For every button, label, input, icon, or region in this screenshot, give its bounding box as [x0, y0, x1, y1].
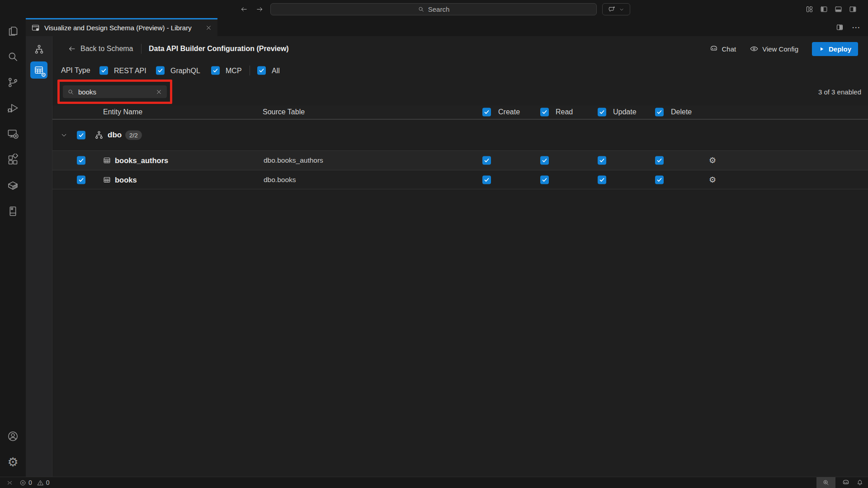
enabled-summary: 3 of 3 enabled [818, 88, 861, 96]
update-checkbox[interactable] [598, 175, 606, 184]
deploy-label: Deploy [829, 45, 851, 53]
tab-title: Visualize and Design Schema (Preview) - … [44, 24, 192, 32]
column-update: Update [613, 108, 637, 116]
error-icon [19, 479, 26, 486]
back-to-schema-button[interactable]: Back to Schema [68, 36, 133, 61]
deploy-button[interactable]: Deploy [812, 42, 858, 56]
container-tools-icon[interactable] [0, 173, 26, 198]
row-checkbox[interactable] [77, 156, 85, 165]
copilot-menu-button[interactable] [602, 3, 630, 15]
explorer-icon[interactable] [0, 18, 26, 44]
editor-actions: ⋯ [836, 18, 861, 36]
title-bar: Search [0, 0, 868, 18]
schema-designer-icon[interactable] [30, 41, 47, 58]
split-editor-icon[interactable] [836, 23, 844, 31]
group-count-badge: 2/2 [125, 131, 142, 140]
create-checkbox[interactable] [482, 156, 491, 165]
search-view-icon[interactable] [0, 44, 26, 70]
collapse-group-icon[interactable] [60, 131, 68, 139]
status-bar: 0 0 [0, 477, 868, 488]
more-actions-icon[interactable]: ⋯ [852, 22, 861, 33]
view-config-label: View Config [762, 45, 798, 53]
run-debug-icon[interactable] [0, 95, 26, 121]
zoom-indicator[interactable] [816, 477, 835, 488]
column-delete: Delete [671, 108, 692, 116]
data-api-builder-icon[interactable]: ⚙ [30, 61, 47, 79]
column-entity-name: Entity Name [103, 108, 142, 116]
schema-name: dbo [108, 131, 122, 140]
checkbox-all[interactable]: All [257, 66, 280, 75]
history-nav [240, 0, 264, 18]
tab-close-icon[interactable] [205, 24, 212, 31]
problems-indicator[interactable]: 0 0 [19, 479, 50, 486]
mcp-label: MCP [226, 66, 242, 75]
rest-api-checkbox[interactable] [99, 66, 108, 75]
delete-checkbox[interactable] [655, 156, 664, 165]
clear-search-icon[interactable] [156, 89, 162, 95]
notifications-bell-icon[interactable] [856, 479, 863, 486]
dab-config-panel: Back to Schema Data API Builder Configur… [52, 36, 868, 477]
command-center-search[interactable]: Search [270, 3, 597, 15]
mcp-checkbox[interactable] [211, 66, 220, 75]
row-settings-gear-icon[interactable]: ⚙ [709, 156, 716, 164]
vscode-window: Search ⚙ Visualize and Design Schema (Pr… [0, 0, 868, 488]
column-create: Create [498, 108, 520, 116]
entity-table-header: Entity Name Source Table Create Read Upd… [52, 105, 868, 120]
entity-search-input[interactable]: books [63, 85, 167, 98]
customize-layout-icon[interactable] [806, 5, 813, 13]
nav-back-icon[interactable] [240, 5, 248, 13]
toggle-primary-sidebar-icon[interactable] [820, 5, 828, 13]
tab-visualize-design-schema[interactable]: Visualize and Design Schema (Preview) - … [26, 18, 217, 36]
entity-name: books_authors [115, 156, 168, 165]
rest-api-label: REST API [114, 66, 146, 75]
table-icon [103, 156, 111, 165]
copilot-status-icon[interactable] [842, 479, 850, 487]
arrow-left-icon [68, 45, 76, 53]
column-source-table: Source Table [263, 108, 305, 116]
source-table: dbo.books [264, 176, 296, 184]
read-all-checkbox[interactable] [540, 108, 549, 117]
layout-controls [806, 0, 857, 18]
read-checkbox[interactable] [540, 175, 549, 184]
row-settings-gear-icon[interactable]: ⚙ [709, 176, 716, 184]
delete-all-checkbox[interactable] [655, 108, 664, 117]
search-placeholder: Search [428, 5, 450, 13]
database-projects-icon[interactable] [0, 198, 26, 224]
api-type-label: API Type [61, 66, 90, 75]
toggle-panel-icon[interactable] [835, 5, 842, 13]
chevron-down-icon [619, 7, 624, 12]
chat-button[interactable]: Chat [709, 44, 736, 53]
panel-header: Back to Schema Data API Builder Configur… [52, 36, 868, 61]
checkbox-rest-api[interactable]: REST API [99, 66, 146, 75]
extensions-icon[interactable] [0, 147, 26, 173]
remote-explorer-icon[interactable] [0, 121, 26, 147]
create-checkbox[interactable] [482, 175, 491, 184]
graphql-checkbox[interactable] [156, 66, 165, 75]
group-checkbox[interactable] [77, 131, 85, 140]
remote-indicator-icon[interactable] [6, 479, 13, 486]
toggle-secondary-sidebar-icon[interactable] [849, 5, 857, 13]
read-checkbox[interactable] [540, 156, 549, 165]
delete-checkbox[interactable] [655, 175, 664, 184]
schema-icon [94, 130, 104, 140]
gear-badge-icon: ⚙ [41, 71, 46, 78]
row-checkbox[interactable] [77, 175, 85, 184]
all-checkbox[interactable] [257, 66, 266, 75]
schema-group-row: dbo 2/2 [52, 120, 868, 150]
designer-tool-strip: ⚙ [26, 36, 52, 477]
design-schema-tab-icon [31, 23, 40, 33]
source-control-icon[interactable] [0, 70, 26, 95]
chat-label: Chat [722, 45, 736, 53]
checkbox-graphql[interactable]: GraphQL [156, 66, 200, 75]
warning-icon [37, 479, 44, 486]
accounts-icon[interactable] [0, 423, 26, 449]
view-config-button[interactable]: View Config [750, 44, 798, 53]
filter-divider [250, 66, 250, 75]
warning-count: 0 [46, 479, 50, 486]
update-all-checkbox[interactable] [598, 108, 606, 117]
create-all-checkbox[interactable] [482, 108, 491, 117]
update-checkbox[interactable] [598, 156, 606, 165]
settings-gear-icon[interactable]: ⚙ [0, 449, 26, 475]
checkbox-mcp[interactable]: MCP [211, 66, 242, 75]
nav-forward-icon[interactable] [256, 5, 264, 13]
